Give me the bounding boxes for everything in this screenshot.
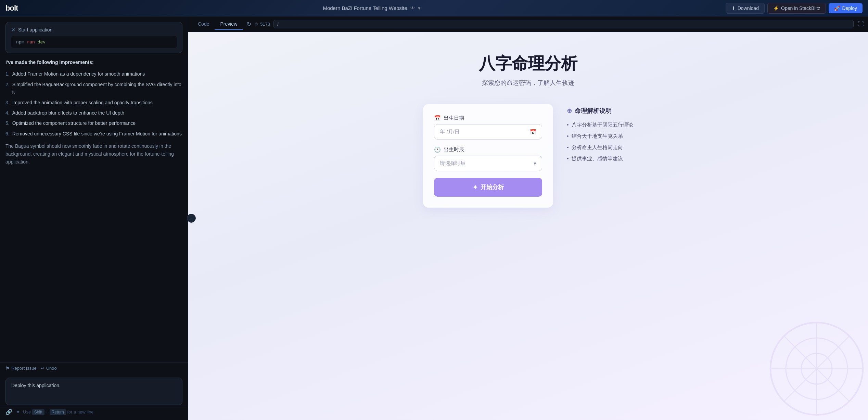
info-item-3: • 分析命主人生格局走向 xyxy=(567,144,633,151)
svg-line-5 xyxy=(784,336,850,402)
fortune-site: 八字命理分析 探索您的命运密码，了解人生轨迹 📅 出生日期 年 /月/日 xyxy=(374,53,682,208)
info-item-2: • 结合天干地支生克关系 xyxy=(567,133,633,140)
cmd-prefix: npm xyxy=(16,39,27,44)
list-item: 4.Added backdrop blur effects to enhance… xyxy=(5,109,182,117)
report-issue-link[interactable]: ⚑ Report Issue xyxy=(5,366,37,371)
date-input[interactable]: 年 /月/日 📅 xyxy=(434,124,542,140)
list-item: 2.Simplified the BaguaBackground compone… xyxy=(5,81,182,96)
date-label: 📅 出生日期 xyxy=(434,115,542,121)
preview-content: 八字命理分析 探索您的命运密码，了解人生轨迹 📅 出生日期 年 /月/日 xyxy=(188,32,868,420)
info-item-4: • 提供事业、感情等建议 xyxy=(567,156,633,162)
deploy-text: Deploy this application. xyxy=(11,383,177,388)
preview-toolbar: Code Preview ↻ ⟳ 5173 / ⛶ xyxy=(188,16,868,32)
input-hint: Use Shift + Return for a new line xyxy=(23,409,182,415)
tab-code[interactable]: Code xyxy=(192,18,215,30)
start-app-title: Start application xyxy=(18,27,52,32)
cmd-run: run xyxy=(27,39,37,44)
fortune-form-card: 📅 出生日期 年 /月/日 📅 🕐 出生时辰 xyxy=(423,104,553,208)
cmd-dev: dev xyxy=(38,39,46,44)
fortune-title: 八字命理分析 xyxy=(374,53,682,75)
rocket-icon: 🚀 xyxy=(834,5,840,11)
url-bar[interactable]: / xyxy=(273,20,854,28)
link-icon[interactable]: 🔗 xyxy=(5,409,12,415)
panel-wrapper: ✕ Start application npm run dev I've mad… xyxy=(0,16,868,420)
input-icons: 🔗 ✦ xyxy=(5,409,20,415)
info-item-1: • 八字分析基于阴阳五行理论 xyxy=(567,122,633,128)
topbar-center: Modern BaZi Fortune Telling Website 👁 ▾ xyxy=(323,5,420,11)
bolt-token-icon: ⟳ xyxy=(255,22,258,27)
expand-button[interactable]: ⛶ xyxy=(858,21,864,28)
deploy-box: Deploy this application. xyxy=(5,378,182,405)
tab-preview[interactable]: Preview xyxy=(215,18,243,30)
refresh-button[interactable]: ↻ xyxy=(247,21,251,27)
list-item: 6.Removed unnecessary CSS file since we'… xyxy=(5,130,182,137)
token-count: 5173 xyxy=(260,22,270,27)
chevron-down-icon[interactable]: ▾ xyxy=(418,5,421,11)
calendar-icon: 📅 xyxy=(434,115,441,121)
improvements-list: 1.Added Framer Motion as a dependency fo… xyxy=(5,70,182,137)
topbar-actions: ⬇ Download ⚡ Open in StackBlitz 🚀 Deploy xyxy=(726,3,863,14)
topbar: bolt Modern BaZi Fortune Telling Website… xyxy=(0,0,868,16)
select-chevron-icon: ▾ xyxy=(534,160,536,167)
fortune-subtitle: 探索您的命运密码，了解人生轨迹 xyxy=(374,79,682,87)
svg-point-1 xyxy=(786,338,847,399)
logo-area: bolt xyxy=(5,4,18,13)
flag-icon: ⚑ xyxy=(5,366,10,371)
calendar-input-icon: 📅 xyxy=(530,129,536,135)
start-app-box: ✕ Start application npm run dev xyxy=(5,22,182,53)
stackblitz-icon: ⚡ xyxy=(773,5,779,11)
right-panel: Code Preview ↻ ⟳ 5173 / ⛶ 八字命理分析 探索您的命运密… xyxy=(188,16,868,420)
input-area: 🔗 ✦ Use Shift + Return for a new line xyxy=(0,405,188,420)
code-block: npm run dev xyxy=(11,36,177,48)
stackblitz-button[interactable]: ⚡ Open in StackBlitz xyxy=(767,3,826,14)
analyze-button[interactable]: ✦ 开始分析 xyxy=(434,178,542,197)
start-app-header: ✕ Start application xyxy=(11,27,177,32)
svg-point-0 xyxy=(770,323,863,415)
svg-point-2 xyxy=(801,353,832,384)
bagua-decoration xyxy=(765,317,868,420)
list-item: 3.Improved the animation with proper sca… xyxy=(5,99,182,106)
chat-content: I've made the following improvements: 1.… xyxy=(0,53,188,363)
date-input-placeholder: 年 /月/日 xyxy=(440,129,460,135)
time-select[interactable]: 请选择时辰 ▾ xyxy=(434,156,542,171)
undo-icon: ↩ xyxy=(41,366,44,371)
undo-link[interactable]: ↩ Undo xyxy=(41,366,57,371)
date-field: 📅 出生日期 年 /月/日 📅 xyxy=(434,115,542,140)
left-panel: ✕ Start application npm run dev I've mad… xyxy=(0,16,188,420)
time-label: 🕐 出生时辰 xyxy=(434,146,542,153)
sparkle-icon[interactable]: ✦ xyxy=(16,409,20,415)
download-icon: ⬇ xyxy=(731,5,736,11)
improvements-title: I've made the following improvements: xyxy=(5,58,182,66)
visibility-icon[interactable]: 👁 xyxy=(410,5,415,11)
download-button[interactable]: ⬇ Download xyxy=(726,3,765,14)
list-item: 1.Added Framer Motion as a dependency fo… xyxy=(5,70,182,78)
token-badge: ⟳ 5173 xyxy=(255,22,270,27)
deploy-button[interactable]: 🚀 Deploy xyxy=(829,3,863,13)
info-icon: ⊕ xyxy=(567,107,572,115)
close-icon[interactable]: ✕ xyxy=(11,27,15,32)
fortune-main: 📅 出生日期 年 /月/日 📅 🕐 出生时辰 xyxy=(374,104,682,208)
list-item: 5.Optimized the component structure for … xyxy=(5,119,182,127)
project-title: Modern BaZi Fortune Telling Website xyxy=(323,5,407,11)
clock-icon: 🕐 xyxy=(434,146,441,153)
analyze-sparkle-icon: ✦ xyxy=(473,184,478,191)
collapse-panel-button[interactable]: ‹ xyxy=(187,214,196,223)
svg-line-6 xyxy=(784,336,850,402)
chat-actions: ⚑ Report Issue ↩ Undo xyxy=(0,363,188,373)
info-title: ⊕ 命理解析说明 xyxy=(567,107,633,115)
preview-addressbar: ↻ ⟳ 5173 / xyxy=(247,20,854,28)
description-text: The Bagua symbol should now smoothly fad… xyxy=(5,142,182,166)
bolt-logo: bolt xyxy=(5,4,18,13)
time-field: 🕐 出生时辰 请选择时辰 ▾ xyxy=(434,146,542,171)
fortune-info: ⊕ 命理解析说明 • 八字分析基于阴阳五行理论 • 结合天干地支生克关系 • xyxy=(567,104,633,170)
